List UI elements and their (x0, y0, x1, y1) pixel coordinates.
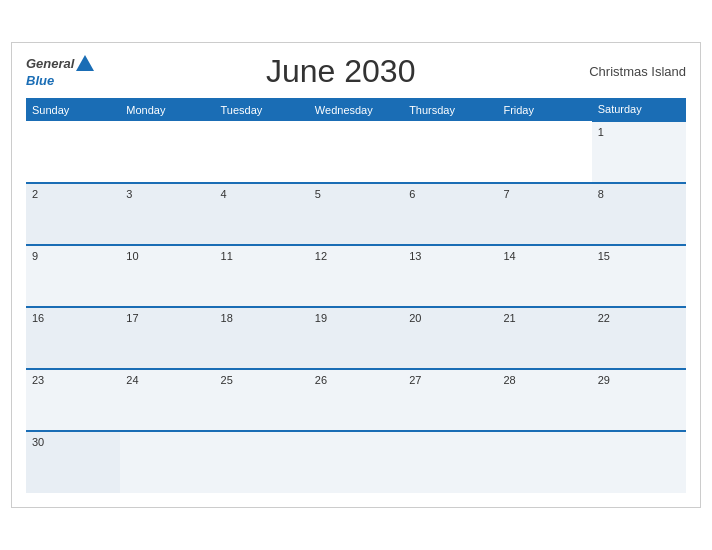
calendar-day: 5 (309, 183, 403, 245)
day-number: 4 (221, 188, 227, 200)
col-friday: Friday (497, 98, 591, 121)
svg-marker-0 (76, 55, 94, 71)
day-number: 15 (598, 250, 610, 262)
calendar-day: 15 (592, 245, 686, 307)
calendar-day: 19 (309, 307, 403, 369)
day-number: 28 (503, 374, 515, 386)
col-saturday: Saturday (592, 98, 686, 121)
day-number: 8 (598, 188, 604, 200)
calendar-day: 8 (592, 183, 686, 245)
col-monday: Monday (120, 98, 214, 121)
day-number: 26 (315, 374, 327, 386)
calendar-day: 2 (26, 183, 120, 245)
calendar-day: 7 (497, 183, 591, 245)
calendar-day: 24 (120, 369, 214, 431)
calendar-day (309, 121, 403, 183)
day-number: 7 (503, 188, 509, 200)
logo-general-text: General (26, 57, 74, 70)
calendar-title: June 2030 (95, 53, 586, 90)
calendar-day: 26 (309, 369, 403, 431)
day-number: 11 (221, 250, 233, 262)
calendar-day (403, 431, 497, 493)
calendar-day: 18 (215, 307, 309, 369)
calendar-day: 9 (26, 245, 120, 307)
logo-blue-text: Blue (26, 73, 54, 88)
calendar-day: 11 (215, 245, 309, 307)
day-number: 1 (598, 126, 604, 138)
day-number: 22 (598, 312, 610, 324)
calendar-table: Sunday Monday Tuesday Wednesday Thursday… (26, 98, 686, 493)
day-number: 6 (409, 188, 415, 200)
day-number: 5 (315, 188, 321, 200)
calendar-day (497, 431, 591, 493)
day-number: 30 (32, 436, 44, 448)
calendar-day (309, 431, 403, 493)
calendar-header-row: Sunday Monday Tuesday Wednesday Thursday… (26, 98, 686, 121)
calendar-day (120, 431, 214, 493)
calendar-day (403, 121, 497, 183)
calendar-header: General Blue June 2030 Christmas Island (26, 53, 686, 90)
day-number: 16 (32, 312, 44, 324)
day-number: 29 (598, 374, 610, 386)
calendar-day: 23 (26, 369, 120, 431)
day-number: 12 (315, 250, 327, 262)
calendar-day: 27 (403, 369, 497, 431)
calendar-day (26, 121, 120, 183)
calendar-day: 10 (120, 245, 214, 307)
day-number: 18 (221, 312, 233, 324)
col-tuesday: Tuesday (215, 98, 309, 121)
calendar-day: 28 (497, 369, 591, 431)
calendar-day: 21 (497, 307, 591, 369)
calendar-day: 3 (120, 183, 214, 245)
day-number: 9 (32, 250, 38, 262)
calendar-day: 12 (309, 245, 403, 307)
day-number: 10 (126, 250, 138, 262)
calendar-body: 1234567891011121314151617181920212223242… (26, 121, 686, 493)
calendar-day (215, 431, 309, 493)
calendar-container: General Blue June 2030 Christmas Island … (11, 42, 701, 508)
calendar-day: 1 (592, 121, 686, 183)
logo: General Blue (26, 56, 95, 88)
logo-icon (76, 55, 94, 71)
calendar-day: 16 (26, 307, 120, 369)
col-thursday: Thursday (403, 98, 497, 121)
calendar-day: 17 (120, 307, 214, 369)
calendar-day (592, 431, 686, 493)
col-wednesday: Wednesday (309, 98, 403, 121)
day-number: 13 (409, 250, 421, 262)
col-sunday: Sunday (26, 98, 120, 121)
calendar-day: 20 (403, 307, 497, 369)
day-number: 19 (315, 312, 327, 324)
calendar-day (120, 121, 214, 183)
calendar-day: 13 (403, 245, 497, 307)
calendar-day: 14 (497, 245, 591, 307)
day-number: 24 (126, 374, 138, 386)
calendar-day: 29 (592, 369, 686, 431)
calendar-day: 4 (215, 183, 309, 245)
day-number: 21 (503, 312, 515, 324)
calendar-day: 22 (592, 307, 686, 369)
day-number: 27 (409, 374, 421, 386)
day-number: 23 (32, 374, 44, 386)
day-number: 17 (126, 312, 138, 324)
day-number: 14 (503, 250, 515, 262)
calendar-day (497, 121, 591, 183)
calendar-day: 6 (403, 183, 497, 245)
day-number: 25 (221, 374, 233, 386)
day-number: 20 (409, 312, 421, 324)
day-number: 2 (32, 188, 38, 200)
calendar-day: 30 (26, 431, 120, 493)
day-number: 3 (126, 188, 132, 200)
calendar-location: Christmas Island (586, 64, 686, 79)
calendar-day: 25 (215, 369, 309, 431)
calendar-day (215, 121, 309, 183)
